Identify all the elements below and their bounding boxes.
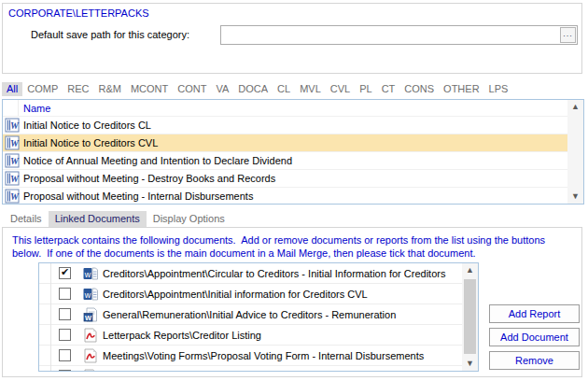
svg-text:W: W [10,156,20,166]
row-selector-cell [39,263,51,284]
svg-text:W: W [10,174,20,184]
svg-text:W: W [85,313,92,321]
mail-merge-checkbox[interactable] [59,308,71,320]
word-template-icon: W [5,118,20,133]
detail-tabs: Details Linked Documents Display Options [4,210,231,227]
filter-tab-cvl[interactable]: CVL [326,82,355,96]
add-document-button[interactable]: Add Document [489,328,580,346]
mail-merge-checkbox[interactable] [59,329,71,341]
word-doc-icon: W [83,307,98,322]
browse-button[interactable]: ... [560,27,576,43]
save-path-input[interactable] [223,27,559,43]
linked-document-row[interactable]: W General\Remuneration\Initial Advice to… [39,304,478,325]
scroll-down-icon[interactable]: ▼ [567,190,583,204]
letterpack-row[interactable]: W Initial Notice to Creditors CVL [3,134,583,152]
filter-tab-ct[interactable]: CT [377,82,400,96]
filter-tab-rm[interactable]: R&M [93,82,125,96]
filter-tab-rec[interactable]: REC [63,82,93,96]
filter-tab-va[interactable]: VA [211,82,233,96]
pdf-icon [83,369,98,373]
row-selector-cell [39,284,51,304]
linked-document-row[interactable]: Letterpack Reports\Creditor Listing [39,325,478,346]
list-header-spacer [3,100,19,116]
row-selector-cell [39,304,51,325]
svg-text:W: W [10,120,20,131]
linked-document-row[interactable]: Meetings\Voting Forms\Proposal Voting Fo… [39,346,478,366]
letterpack-row[interactable]: W Initial Notice to Creditors CL [3,117,583,134]
word-docx-icon: w [83,266,98,281]
name-column-header[interactable]: Name [19,103,50,114]
filter-tab-comp[interactable]: COMP [22,82,63,96]
linked-document-row[interactable]: w Creditors\Appointment\Initial informat… [39,284,478,304]
letterpack-row[interactable]: W Notice of Annual Meeting and Intention… [3,152,583,170]
letterpack-row[interactable]: W Proposal without Meeting - Internal Di… [3,188,583,205]
filter-tab-pl[interactable]: PL [355,82,376,96]
word-template-icon: W [5,135,20,150]
letterpack-row[interactable]: W Proposal without Meeting - Destroy Boo… [3,170,583,188]
tab-details[interactable]: Details [4,211,49,227]
linked-document-row-partial[interactable] [39,366,478,372]
linked-documents-list: w Creditors\Appointment\Circular to Cred… [38,262,479,372]
word-docx-icon: w [83,287,98,302]
remove-button[interactable]: Remove [489,351,580,370]
row-selector-cell [39,346,51,366]
letterpack-list: Name W Initial Notice to Creditors CL W … [2,99,584,205]
linked-document-row[interactable]: w Creditors\Appointment\Circular to Cred… [39,263,478,284]
filter-tab-mcont[interactable]: MCONT [126,82,173,96]
word-template-icon: W [5,153,20,168]
filter-tab-mvl[interactable]: MVL [295,82,326,96]
filter-tab-cons[interactable]: CONS [399,82,439,96]
letterpack-list-scrollbar[interactable]: ▲ ▼ [567,100,583,204]
category-filter-tabs: All COMP REC R&M MCONT CONT VA DOCA CL M… [2,81,512,97]
mail-merge-checkbox[interactable] [59,267,71,279]
scroll-down-icon[interactable]: ▼ [462,357,478,371]
scroll-up-icon[interactable]: ▲ [462,263,478,277]
instructions-text: This letterpack contains the following d… [12,233,572,260]
scroll-up-icon[interactable]: ▲ [567,100,583,114]
tab-linked-documents[interactable]: Linked Documents [49,211,147,227]
word-template-icon: W [5,171,20,186]
save-path-field-wrap: ... [220,25,578,45]
category-breadcrumb: CORPORATE\LETTERPACKS [8,7,149,19]
filter-tab-cont[interactable]: CONT [173,82,211,96]
filter-tab-cl[interactable]: CL [273,82,295,96]
filter-tab-other[interactable]: OTHER [439,82,484,96]
linked-documents-panel: This letterpack contains the following d… [2,227,582,377]
filter-tab-doca[interactable]: DOCA [233,82,273,96]
svg-text:W: W [10,138,20,148]
list-header: Name [3,100,583,117]
row-selector-cell [39,325,51,346]
filter-tab-all[interactable]: All [2,82,22,96]
linked-documents-scrollbar[interactable]: ▲ ▼ [462,263,478,371]
pdf-icon [83,348,98,363]
add-report-button[interactable]: Add Report [489,304,580,323]
filter-tab-lps[interactable]: LPS [484,82,513,96]
mail-merge-checkbox[interactable] [59,370,71,372]
tab-display-options[interactable]: Display Options [147,211,231,227]
mail-merge-checkbox[interactable] [59,288,71,300]
mail-merge-checkbox[interactable] [59,349,71,361]
word-template-icon: W [5,189,20,204]
pdf-icon [83,328,98,343]
scrollbar-thumb[interactable] [464,279,476,354]
svg-text:W: W [10,191,20,202]
svg-text:w: w [84,289,91,299]
svg-text:w: w [84,269,91,278]
category-settings-panel: CORPORATE\LETTERPACKS Default save path … [2,3,582,74]
save-path-label: Default save path for this category: [31,29,189,40]
row-selector-cell [39,366,51,373]
